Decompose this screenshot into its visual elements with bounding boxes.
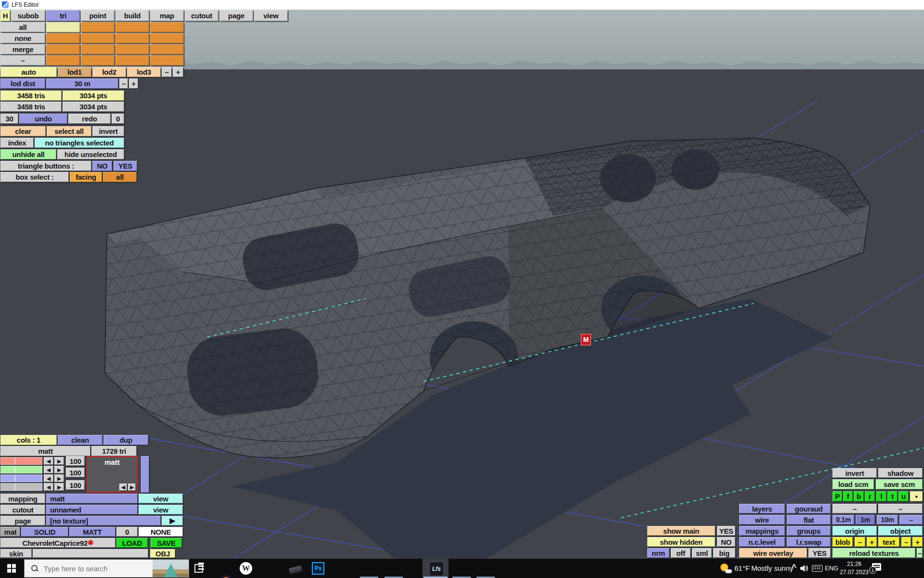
- origin-button[interactable]: origin: [833, 526, 877, 536]
- lfs-editor-icon[interactable]: Lfs: [429, 562, 444, 576]
- lod1-button[interactable]: lod1: [58, 67, 91, 77]
- lod-minus-button[interactable]: –: [162, 67, 172, 77]
- tray-expand-icon[interactable]: ^: [792, 563, 796, 572]
- proj-f-button[interactable]: f: [843, 491, 853, 501]
- tab-subob[interactable]: subob: [11, 10, 45, 21]
- wire-overlay-toggle[interactable]: YES: [808, 548, 831, 558]
- mat-solid-button[interactable]: SOLID: [21, 527, 68, 537]
- language-indicator[interactable]: ENG: [825, 565, 838, 572]
- save-scm-button[interactable]: save scm: [876, 479, 923, 489]
- hide-unselected-button[interactable]: hide unselected: [57, 149, 124, 159]
- grid-dash-button[interactable]: –: [899, 515, 923, 525]
- layers-dash1[interactable]: –: [833, 504, 877, 513]
- load-scm-button[interactable]: load scm: [833, 479, 874, 489]
- triangle-buttons-no[interactable]: NO: [92, 161, 112, 171]
- slider-right-arrow[interactable]: ▶: [54, 483, 64, 491]
- grid-1m-button[interactable]: 1m: [856, 515, 875, 525]
- mapping-view-button[interactable]: view: [139, 494, 183, 503]
- layers-dash2[interactable]: –: [878, 504, 923, 513]
- undo-button[interactable]: undo: [19, 114, 67, 124]
- lod2-button[interactable]: lod2: [92, 67, 126, 77]
- notification-center-icon[interactable]: 1: [872, 563, 881, 571]
- blob-button[interactable]: blob: [833, 537, 853, 547]
- dup-button[interactable]: dup: [103, 435, 148, 445]
- select-grid-cell[interactable]: [150, 22, 184, 32]
- lod-dist-minus-button[interactable]: –: [119, 79, 128, 89]
- lod-dist-value[interactable]: 30 m: [46, 79, 118, 89]
- obj-button[interactable]: OBJ: [150, 549, 175, 558]
- proj-r-button[interactable]: r: [865, 491, 875, 501]
- slider-right-arrow[interactable]: ▶: [54, 466, 64, 473]
- proj-dot-button[interactable]: ●: [910, 491, 923, 501]
- color-slider-red[interactable]: [0, 457, 42, 465]
- search-input[interactable]: [43, 564, 146, 573]
- touch-keyboard-icon[interactable]: [812, 565, 822, 572]
- redo-button[interactable]: redo: [68, 114, 111, 124]
- nc-level-button[interactable]: n.c.level: [739, 537, 785, 547]
- grid-01m-button[interactable]: 0.1m: [833, 515, 854, 525]
- color-slider-blue[interactable]: [0, 474, 42, 482]
- page-value[interactable]: [no texture]: [46, 516, 161, 525]
- select-grid-cell[interactable]: [150, 55, 184, 66]
- proj-p-button[interactable]: P: [833, 491, 842, 501]
- model-name-button[interactable]: ChevroletCaprice92✱: [0, 538, 116, 548]
- shadow-button[interactable]: shadow: [878, 468, 923, 478]
- proj-b-button[interactable]: b: [854, 491, 864, 501]
- select-grid-cell[interactable]: [116, 22, 149, 32]
- cutout-value[interactable]: unnamed: [46, 505, 138, 514]
- viewport-3d[interactable]: [0, 0, 924, 578]
- slider-right-arrow[interactable]: ▶: [54, 457, 64, 465]
- text-minus-button[interactable]: –: [901, 537, 911, 547]
- tab-map[interactable]: map: [150, 10, 184, 21]
- flat-button[interactable]: flat: [787, 515, 831, 525]
- lr-swap-button[interactable]: l.r.swap: [787, 537, 831, 547]
- nrm-button[interactable]: nrm: [647, 548, 669, 558]
- tab-point[interactable]: point: [81, 10, 115, 21]
- color-value-green[interactable]: 100: [66, 468, 85, 477]
- save-button[interactable]: SAVE: [151, 538, 182, 548]
- box-select-all[interactable]: all: [103, 172, 137, 182]
- page-next-button[interactable]: ▶: [162, 516, 183, 525]
- mat-matt-button[interactable]: MATT: [69, 527, 116, 537]
- tab-cutout[interactable]: cutout: [185, 10, 218, 21]
- material-scroll-strip[interactable]: [141, 456, 149, 493]
- invert-selection-button[interactable]: invert: [92, 126, 124, 136]
- select-grid-cell[interactable]: [116, 33, 149, 43]
- blob-minus-button[interactable]: –: [855, 537, 865, 547]
- show-hidden-toggle[interactable]: NO: [717, 537, 735, 547]
- select-grid-cell[interactable]: [46, 55, 80, 66]
- search-highlight-image[interactable]: [153, 560, 189, 577]
- preview-right-arrow[interactable]: ▶: [128, 484, 136, 491]
- tab-view[interactable]: view: [254, 10, 288, 21]
- tab-page[interactable]: page: [219, 10, 253, 21]
- lod-dist-plus-button[interactable]: +: [129, 79, 138, 89]
- lod3-button[interactable]: lod3: [127, 67, 161, 77]
- proj-l-button[interactable]: l: [876, 491, 886, 501]
- material-name[interactable]: matt: [0, 446, 90, 456]
- cutout-view-button[interactable]: view: [139, 505, 183, 514]
- w-app-icon[interactable]: W: [240, 562, 252, 575]
- object-button[interactable]: object: [878, 526, 923, 536]
- color-value-blue[interactable]: 100: [66, 480, 85, 490]
- select-grid-cell[interactable]: [150, 44, 184, 54]
- home-button[interactable]: H: [0, 10, 10, 21]
- select-all-row[interactable]: all: [0, 22, 45, 32]
- slider-left-arrow[interactable]: ◀: [44, 457, 53, 465]
- wire-button[interactable]: wire: [739, 515, 785, 525]
- grid-10m-button[interactable]: 10m: [877, 515, 898, 525]
- text-button[interactable]: text: [878, 537, 899, 547]
- clock[interactable]: 21:26 27.07.2023 г.: [838, 560, 870, 578]
- select-minus-row[interactable]: –: [0, 55, 45, 66]
- color-slider-green[interactable]: [0, 466, 42, 473]
- box-select-facing[interactable]: facing: [70, 172, 102, 182]
- preview-left-arrow[interactable]: ◀: [119, 484, 127, 491]
- weather-icon[interactable]: [720, 563, 732, 574]
- clear-button[interactable]: clear: [0, 126, 46, 136]
- select-grid-cell[interactable]: [46, 22, 80, 32]
- tab-tri[interactable]: tri: [46, 10, 80, 21]
- search-bar[interactable]: [24, 559, 189, 578]
- show-main-toggle[interactable]: YES: [717, 526, 735, 536]
- mat-none-button[interactable]: NONE: [139, 527, 183, 537]
- select-grid-cell[interactable]: [81, 33, 115, 43]
- text-plus-button[interactable]: +: [912, 537, 923, 547]
